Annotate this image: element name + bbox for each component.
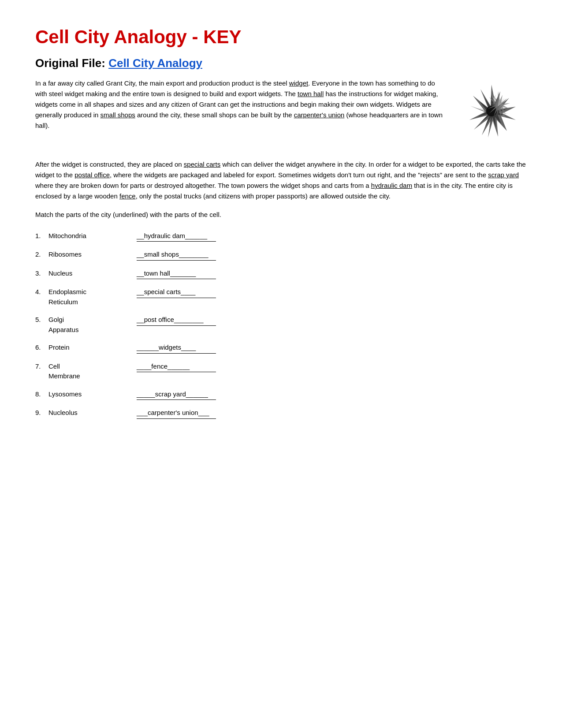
match-item-3: 3.Nucleus__town hall_______ [35, 269, 527, 280]
match-number: 2. [35, 250, 48, 260]
intro-paragraph2: After the widget is constructed, they ar… [35, 159, 527, 202]
match-item-8: 8.Lysosomes_____scrap yard______ [35, 389, 527, 400]
match-item-9: 9.Nucleolus___carpenter's union___ [35, 408, 527, 419]
term-small-shops: small shops [100, 111, 135, 119]
match-answer: __special carts____ [137, 287, 216, 298]
cell-part-label: Golgi Apparatus [48, 315, 137, 335]
intro-section: In a far away city called Grant City, th… [35, 78, 527, 149]
match-number: 1. [35, 231, 48, 241]
match-answer: __small shops________ [137, 250, 216, 261]
term-hydraulic-dam: hydraulic dam [371, 182, 412, 189]
match-number: 8. [35, 389, 48, 399]
term-carpenters-union: carpenter's union [294, 111, 345, 119]
match-number: 7. [35, 362, 48, 372]
cell-part-label: Nucleolus [48, 408, 137, 418]
widget-image [456, 78, 527, 144]
match-answer: ___carpenter's union___ [137, 408, 216, 419]
cell-part-label: Nucleus [48, 269, 137, 279]
cell-part-label: Ribosomes [48, 250, 137, 260]
term-town-hall-1: town hall [298, 90, 324, 97]
match-item-4: 4.Endoplasmic Reticulum__special carts__… [35, 287, 527, 307]
match-answer: ____fence______ [137, 362, 216, 373]
match-answer: __town hall_______ [137, 269, 216, 280]
match-item-7: 7.Cell Membrane____fence______ [35, 362, 527, 381]
cell-part-label: Cell Membrane [48, 362, 137, 381]
match-answer: __post office________ [137, 315, 216, 326]
page-title: Cell City Analogy - KEY [35, 26, 527, 48]
match-item-2: 2.Ribosomes__small shops________ [35, 250, 527, 261]
match-item-5: 5.Golgi Apparatus__post office________ [35, 315, 527, 335]
original-file-link[interactable]: Cell City Analogy [108, 56, 202, 70]
subtitle: Original File: Cell City Analogy [35, 56, 527, 70]
match-item-6: 6.Protein______widgets____ [35, 343, 527, 354]
cell-part-label: Lysosomes [48, 389, 137, 399]
cell-part-label: Mitochondria [48, 231, 137, 241]
term-special-carts: special carts [184, 161, 220, 168]
subtitle-static: Original File: [35, 56, 108, 70]
intro-paragraph1: In a far away city called Grant City, th… [35, 78, 527, 131]
match-answer: __hydraulic dam______ [137, 231, 216, 242]
term-postal-office: postal office [74, 171, 110, 179]
term-widget: widget [289, 79, 308, 87]
match-instruction: Match the parts of the city (underlined)… [35, 209, 527, 220]
match-number: 5. [35, 315, 48, 325]
term-fence: fence [119, 192, 136, 200]
match-answer: ______widgets____ [137, 343, 216, 354]
match-list: 1.Mitochondria__hydraulic dam______2.Rib… [35, 231, 527, 419]
term-scrap-yard: scrap yard [488, 171, 519, 179]
match-number: 6. [35, 343, 48, 353]
match-number: 4. [35, 287, 48, 297]
match-number: 9. [35, 408, 48, 418]
match-answer: _____scrap yard______ [137, 389, 216, 400]
cell-part-label: Endoplasmic Reticulum [48, 287, 137, 307]
match-number: 3. [35, 269, 48, 279]
cell-part-label: Protein [48, 343, 137, 353]
match-item-1: 1.Mitochondria__hydraulic dam______ [35, 231, 527, 242]
